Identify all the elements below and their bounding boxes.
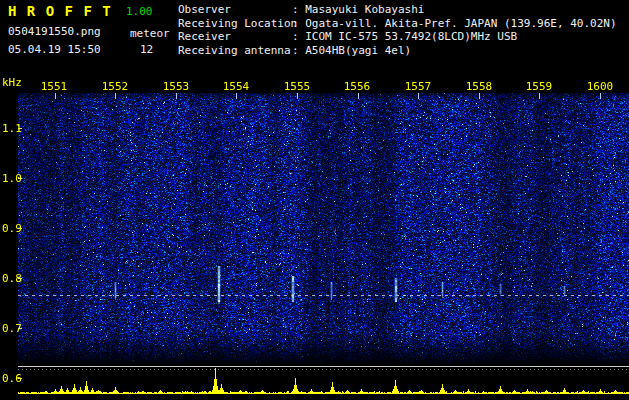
timestamp: 05.04.19 15:50 <box>8 43 101 56</box>
time-tick-label: 1600 <box>586 80 614 93</box>
colon: : <box>292 44 305 57</box>
freq-tick-label: 0.9 <box>2 222 19 235</box>
info-label: Receiving Location <box>178 17 292 31</box>
info-row-antenna: Receiving antenna: A504HB(yagi 4el) <box>178 44 617 58</box>
freq-tick-label: 0.8 <box>2 272 19 285</box>
colon: : <box>292 17 305 30</box>
output-filename: 0504191550.png <box>8 25 101 38</box>
freq-tick-label: 0.6 <box>2 372 19 385</box>
mode-label: meteor <box>130 27 170 40</box>
station-info: Observer: Masayuki Kobayashi Receiving L… <box>178 3 617 57</box>
info-label: Receiving antenna <box>178 44 292 58</box>
time-tick-label: 1552 <box>101 80 129 93</box>
info-row-receiver: Receiver: ICOM IC-575 53.7492(8LCD)MHz U… <box>178 30 617 44</box>
time-tick-label: 1554 <box>222 80 250 93</box>
time-tick-label: 1551 <box>40 80 68 93</box>
time-tick-label: 1559 <box>525 80 553 93</box>
info-label: Receiver <box>178 30 292 44</box>
colon: : <box>292 3 305 16</box>
time-tick-label: 1557 <box>404 80 432 93</box>
time-tick-label: 1556 <box>343 80 371 93</box>
time-tick-label: 1555 <box>283 80 311 93</box>
frequency-axis-unit: kHz <box>2 76 19 89</box>
app-version: 1.00 <box>126 5 153 18</box>
info-value: ICOM IC-575 53.7492(8LCD)MHz USB <box>305 30 517 43</box>
time-tick-label: 1553 <box>162 80 190 93</box>
freq-tick-label: 0.7 <box>2 322 19 335</box>
info-row-location: Receiving Location: Ogata-vill. Akita-Pr… <box>178 17 617 31</box>
hrofft-window: H R O F F T 1.00 0504191550.png meteor 0… <box>0 0 629 400</box>
freq-tick-label: 1.0 <box>2 172 19 185</box>
meteor-count: 12 <box>140 43 153 56</box>
info-value: Masayuki Kobayashi <box>305 3 424 16</box>
info-label: Observer <box>178 3 292 17</box>
info-value: A504HB(yagi 4el) <box>305 44 411 57</box>
info-row-observer: Observer: Masayuki Kobayashi <box>178 3 617 17</box>
time-tick-label: 1558 <box>465 80 493 93</box>
spectrogram-canvas <box>0 75 629 400</box>
freq-tick-label: 1.1 <box>2 122 19 135</box>
app-title: H R O F F T <box>8 3 112 19</box>
info-value: Ogata-vill. Akita-Pref. JAPAN (139.96E, … <box>305 17 616 30</box>
colon: : <box>292 30 305 43</box>
